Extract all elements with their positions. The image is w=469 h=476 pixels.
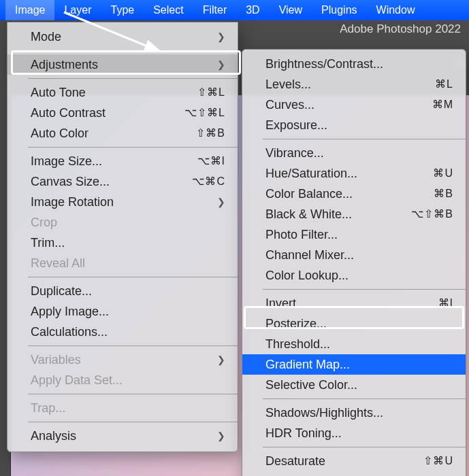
menu-item-color-lookup[interactable]: Color Lookup...	[242, 265, 466, 286]
menu-item-label: Reveal All	[31, 255, 225, 271]
menu-item-label: Calculations...	[31, 324, 225, 340]
menu-item-label: Selective Color...	[265, 377, 453, 393]
menu-item-shortcut: ⌘U	[433, 165, 453, 182]
menu-item-label: Desaturate	[265, 453, 423, 469]
menu-item-invert[interactable]: Invert⌘I	[242, 293, 466, 313]
menubar-item-type[interactable]: Type	[101, 0, 144, 20]
ruler-mark: 400	[80, 469, 92, 476]
menu-item-shortcut: ⌥⇧⌘L	[184, 105, 225, 121]
menu-image: Mode❯Adjustments❯Auto Tone⇧⌘LAuto Contra…	[7, 22, 238, 452]
menu-item-label: Posterize...	[265, 316, 453, 332]
menu-item-label: Apply Image...	[31, 303, 225, 320]
menubar-item-plugins[interactable]: Plugins	[312, 0, 366, 20]
menu-item-trap: Trap...	[7, 398, 238, 418]
menu-adjustments: Brightness/Contrast...Levels...⌘LCurves.…	[242, 49, 466, 476]
menu-item-trim[interactable]: Trim...	[7, 233, 238, 253]
menu-item-label: Curves...	[265, 97, 432, 113]
menu-item-label: Mode	[31, 29, 217, 45]
menu-item-shadows-highlights[interactable]: Shadows/Highlights...	[242, 403, 466, 423]
menu-item-label: Brightness/Contrast...	[265, 56, 453, 72]
menu-item-shortcut: ⌘L	[435, 76, 453, 92]
menubar-item-select[interactable]: Select	[144, 0, 193, 20]
menu-item-label: Image Rotation	[31, 194, 217, 210]
menu-item-duplicate[interactable]: Duplicate...	[7, 281, 238, 301]
menu-item-vibrance[interactable]: Vibrance...	[242, 143, 466, 163]
menubar-item-image[interactable]: Image	[5, 0, 54, 20]
menu-item-black-white[interactable]: Black & White...⌥⇧⌘B	[242, 204, 466, 224]
menu-item-label: Levels...	[265, 76, 435, 92]
menu-separator	[28, 345, 238, 346]
menu-item-canvas-size[interactable]: Canvas Size...⌥⌘C	[7, 171, 238, 192]
menu-item-label: Photo Filter...	[265, 226, 453, 243]
menu-separator	[263, 447, 466, 447]
menu-item-shortcut: ⇧⌘B	[196, 125, 225, 141]
chevron-right-icon: ❯	[217, 194, 225, 210]
menu-item-channel-mixer[interactable]: Channel Mixer...	[242, 245, 466, 265]
menu-item-label: Variables	[31, 352, 217, 368]
menu-item-label: Adjustments	[31, 56, 217, 73]
menu-item-image-rotation[interactable]: Image Rotation❯	[7, 192, 238, 212]
menu-item-brightness-contrast[interactable]: Brightness/Contrast...	[242, 54, 466, 74]
menu-item-apply-data-set: Apply Data Set...	[7, 370, 238, 390]
menu-item-desaturate[interactable]: Desaturate⇧⌘U	[242, 451, 466, 471]
menu-separator	[28, 50, 238, 51]
menu-item-hue-saturation[interactable]: Hue/Saturation...⌘U	[242, 163, 466, 184]
menu-item-shortcut: ⌘M	[432, 97, 453, 113]
menu-item-apply-image[interactable]: Apply Image...	[7, 301, 238, 322]
menu-item-selective-color[interactable]: Selective Color...	[242, 375, 466, 395]
menu-item-mode[interactable]: Mode❯	[7, 27, 238, 47]
menu-item-label: Threshold...	[265, 336, 453, 352]
menu-item-crop: Crop	[7, 212, 238, 233]
menu-item-shortcut: ⇧⌘U	[423, 453, 453, 469]
menu-separator	[263, 139, 466, 139]
menubar-item-3d[interactable]: 3D	[236, 0, 269, 20]
menu-separator	[28, 78, 238, 79]
menu-item-variables: Variables❯	[7, 350, 238, 370]
menu-separator	[28, 277, 238, 277]
chevron-right-icon: ❯	[217, 29, 225, 45]
menu-item-auto-color[interactable]: Auto Color⇧⌘B	[7, 123, 238, 143]
menu-item-label: Color Balance...	[265, 186, 434, 202]
menu-item-levels[interactable]: Levels...⌘L	[242, 74, 466, 95]
chevron-right-icon: ❯	[217, 352, 225, 368]
menu-item-color-balance[interactable]: Color Balance...⌘B	[242, 184, 466, 204]
menu-item-exposure[interactable]: Exposure...	[242, 115, 466, 135]
menu-item-label: Analysis	[31, 428, 217, 444]
menu-item-label: HDR Toning...	[265, 425, 453, 441]
menu-item-label: Auto Color	[31, 125, 196, 141]
chevron-right-icon: ❯	[217, 56, 225, 73]
menu-item-hdr-toning[interactable]: HDR Toning...	[242, 423, 466, 443]
menu-item-photo-filter[interactable]: Photo Filter...	[242, 224, 466, 245]
menu-item-label: Crop	[31, 214, 225, 231]
menu-item-label: Image Size...	[31, 153, 197, 169]
menu-item-shortcut: ⌘I	[438, 295, 453, 311]
menubar-item-window[interactable]: Window	[367, 0, 425, 20]
menu-item-match-color[interactable]: Match Color...	[242, 471, 466, 476]
menu-item-threshold[interactable]: Threshold...	[242, 334, 466, 354]
menu-item-curves[interactable]: Curves...⌘M	[242, 95, 466, 115]
menu-item-analysis[interactable]: Analysis❯	[7, 426, 238, 446]
menubar-item-view[interactable]: View	[270, 0, 312, 20]
menu-item-gradient-map[interactable]: Gradient Map...	[242, 354, 466, 375]
menu-separator	[28, 422, 238, 422]
menu-item-shortcut: ⌘B	[434, 186, 453, 202]
menu-item-shortcut: ⌥⌘I	[197, 153, 225, 169]
menu-item-shortcut: ⌥⌘C	[192, 173, 225, 190]
menu-separator	[263, 398, 466, 399]
menu-item-label: Vibrance...	[265, 145, 453, 161]
menu-item-label: Match Color...	[265, 473, 453, 476]
chevron-right-icon: ❯	[217, 428, 225, 444]
menu-item-image-size[interactable]: Image Size...⌥⌘I	[7, 151, 238, 171]
menu-item-calculations[interactable]: Calculations...	[7, 322, 238, 342]
menubar-item-layer[interactable]: Layer	[54, 0, 101, 20]
menu-item-shortcut: ⌥⇧⌘B	[411, 206, 453, 222]
menu-item-label: Trim...	[31, 235, 225, 251]
menu-item-posterize[interactable]: Posterize...	[242, 313, 466, 334]
menu-separator	[28, 394, 238, 394]
menu-item-adjustments[interactable]: Adjustments❯	[7, 54, 238, 75]
menubar-item-filter[interactable]: Filter	[193, 0, 237, 20]
menu-item-auto-contrast[interactable]: Auto Contrast⌥⇧⌘L	[7, 103, 238, 123]
menu-item-shortcut: ⇧⌘L	[197, 84, 225, 101]
menu-item-auto-tone[interactable]: Auto Tone⇧⌘L	[7, 82, 238, 103]
menu-item-label: Black & White...	[265, 206, 411, 222]
